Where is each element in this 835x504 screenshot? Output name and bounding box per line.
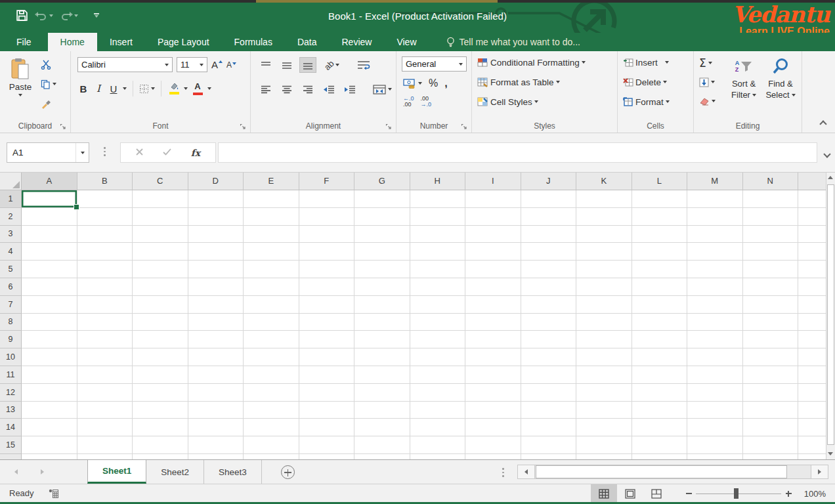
cell-partial-row-10[interactable] [798, 348, 826, 366]
zoom-level[interactable]: 100% [796, 489, 826, 499]
sort-filter-button[interactable]: A Z Sort & Filter [727, 55, 761, 100]
cell-A5[interactable] [22, 261, 77, 278]
row-header-1[interactable]: 1 [0, 190, 22, 208]
cell-K9[interactable] [576, 331, 632, 348]
number-dialog-launcher[interactable] [461, 122, 469, 130]
cell-I16[interactable] [465, 454, 521, 459]
cell-A13[interactable] [22, 402, 77, 419]
cell-H4[interactable] [410, 243, 466, 261]
cell-B1[interactable] [77, 190, 133, 208]
paste-button[interactable]: Paste [5, 55, 35, 118]
clear-button[interactable] [699, 94, 716, 108]
zoom-out-button[interactable] [681, 493, 696, 494]
cell-G6[interactable] [354, 278, 410, 296]
row-header-7[interactable]: 7 [0, 296, 22, 314]
cell-L1[interactable] [632, 190, 688, 208]
cell-I14[interactable] [465, 419, 521, 436]
increase-indent-button[interactable] [341, 81, 358, 97]
cell-C11[interactable] [133, 366, 188, 384]
scroll-right-button[interactable] [811, 465, 828, 478]
sheet-tab-sheet1[interactable]: Sheet1 [87, 460, 146, 484]
cell-D13[interactable] [188, 402, 244, 419]
cell-L3[interactable] [632, 226, 688, 243]
select-all-corner[interactable] [0, 173, 22, 190]
comma-style-button[interactable]: , [444, 77, 447, 89]
cell-H3[interactable] [410, 226, 466, 243]
copy-button[interactable] [41, 77, 56, 91]
cell-F7[interactable] [299, 296, 355, 314]
cell-M5[interactable] [687, 261, 743, 278]
cell-M15[interactable] [687, 436, 743, 454]
cell-K4[interactable] [576, 243, 632, 261]
cell-M13[interactable] [687, 402, 743, 419]
cell-D9[interactable] [188, 331, 244, 348]
cell-G13[interactable] [354, 402, 410, 419]
decrease-font-size-button[interactable]: A [226, 60, 236, 70]
column-header-A[interactable]: A [22, 173, 77, 190]
cell-M4[interactable] [687, 243, 743, 261]
zoom-slider[interactable] [696, 484, 781, 503]
cell-N8[interactable] [743, 314, 799, 331]
cell-I2[interactable] [465, 208, 521, 226]
cell-L13[interactable] [632, 402, 688, 419]
cell-I5[interactable] [465, 261, 521, 278]
cell-J3[interactable] [521, 226, 577, 243]
page-layout-view-button[interactable] [617, 484, 643, 503]
cell-partial-row-7[interactable] [798, 296, 826, 314]
tab-file[interactable]: File [0, 33, 48, 51]
column-header-E[interactable]: E [244, 173, 299, 190]
cell-H11[interactable] [410, 366, 466, 384]
accounting-caret[interactable] [418, 82, 422, 85]
cell-H16[interactable] [410, 454, 466, 459]
cell-E16[interactable] [244, 454, 299, 459]
cell-J12[interactable] [521, 384, 577, 402]
cell-E4[interactable] [244, 243, 299, 261]
cell-B10[interactable] [77, 348, 133, 366]
decrease-indent-button[interactable] [320, 81, 337, 97]
tab-formulas[interactable]: Formulas [222, 33, 285, 51]
cell-N12[interactable] [743, 384, 799, 402]
column-header-F[interactable]: F [299, 173, 355, 190]
cell-N2[interactable] [743, 208, 799, 226]
cell-H5[interactable] [410, 261, 466, 278]
next-sheet-button[interactable] [41, 469, 44, 474]
cell-partial-row-15[interactable] [798, 436, 826, 454]
cell-M9[interactable] [687, 331, 743, 348]
cell-K6[interactable] [576, 278, 632, 296]
fill-color-caret[interactable] [184, 87, 188, 90]
scroll-up-button[interactable] [828, 176, 833, 179]
cell-I15[interactable] [465, 436, 521, 454]
vertical-scrollbar-thumb[interactable] [827, 184, 834, 445]
font-size-combo[interactable]: 11 [177, 57, 207, 72]
cell-B15[interactable] [77, 436, 133, 454]
cell-L4[interactable] [632, 243, 688, 261]
copy-dropdown-caret[interactable] [53, 83, 56, 85]
cell-F15[interactable] [299, 436, 355, 454]
column-header-I[interactable]: I [465, 173, 521, 190]
cell-I4[interactable] [465, 243, 521, 261]
cell-I9[interactable] [465, 331, 521, 348]
delete-cells-button[interactable]: Delete [623, 75, 670, 89]
cell-F1[interactable] [299, 190, 355, 208]
cell-K1[interactable] [576, 190, 632, 208]
cell-C8[interactable] [133, 314, 188, 331]
cell-C15[interactable] [133, 436, 188, 454]
format-as-table-button[interactable]: Format as Table [477, 75, 586, 89]
autosum-button[interactable]: Σ [699, 56, 716, 70]
cell-B2[interactable] [77, 208, 133, 226]
cell-E15[interactable] [244, 436, 299, 454]
cell-E3[interactable] [244, 226, 299, 243]
cell-G9[interactable] [354, 331, 410, 348]
cell-N3[interactable] [743, 226, 799, 243]
cell-C9[interactable] [133, 331, 188, 348]
column-header-N[interactable]: N [743, 173, 799, 190]
cell-C1[interactable] [133, 190, 188, 208]
cell-partial-row-1[interactable] [798, 190, 826, 208]
cell-partial-row-9[interactable] [798, 331, 826, 348]
cell-A4[interactable] [22, 243, 77, 261]
cell-C2[interactable] [133, 208, 188, 226]
cell-F16[interactable] [299, 454, 355, 459]
cell-A3[interactable] [22, 226, 77, 243]
cell-M1[interactable] [687, 190, 743, 208]
cell-A12[interactable] [22, 384, 77, 402]
